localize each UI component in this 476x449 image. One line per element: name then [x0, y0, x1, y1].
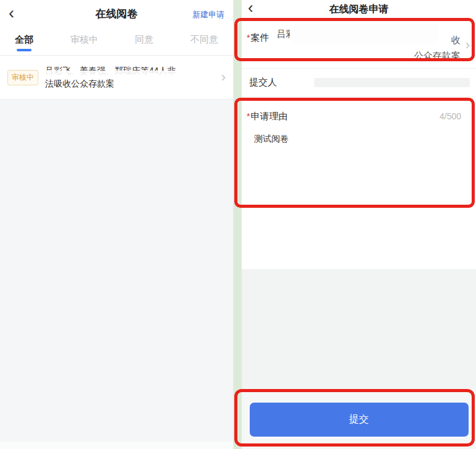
tab-rejected[interactable]: 不同意	[190, 34, 218, 55]
case-title-line2: 法吸收公众存款案	[45, 79, 114, 88]
tab-all-label: 全部	[15, 34, 33, 45]
redaction-box	[314, 78, 470, 87]
case-label-text: 案件	[250, 32, 269, 43]
status-badge: 审核中	[7, 70, 38, 85]
filter-tabs: 全部 审核中 同意 不同意	[0, 28, 233, 56]
required-mark: *	[247, 33, 250, 43]
new-request-link[interactable]: 新建申请	[192, 9, 224, 20]
empty-list-area	[0, 100, 233, 442]
submitter-field-label: 提交人	[249, 77, 277, 88]
case-value-line1-end: 收	[451, 35, 461, 45]
tab-under-review[interactable]: 审核中	[70, 34, 98, 55]
case-field-label: *案件	[247, 25, 269, 44]
reason-field-section: *申请理由 4/500 测试阅卷	[242, 97, 476, 269]
required-mark: *	[247, 111, 250, 121]
submit-bar: 提交	[242, 388, 476, 449]
review-list-screen: ‹ 在线阅卷 新建申请 全部 审核中 同意 不同意 审核中 吕彩飞、姜春强、郑瑞…	[0, 0, 234, 449]
submit-button[interactable]: 提交	[250, 403, 469, 437]
tab-approved-label: 同意	[135, 34, 153, 45]
review-request-form-screen: ‹ 在线阅卷申请 *案件 吕彩 收 公众存款案 › 提交人 *申请理由 4/50…	[242, 0, 476, 449]
case-field-row[interactable]: *案件 吕彩 收 公众存款案 ›	[242, 20, 476, 69]
tab-under-review-label: 审核中	[70, 34, 98, 45]
submitter-field-row: 提交人	[242, 69, 476, 97]
form-header: ‹ 在线阅卷申请	[242, 0, 476, 20]
reason-textarea[interactable]: 测试阅卷	[254, 134, 461, 145]
home-bar-area	[0, 442, 233, 449]
case-title: 吕彩飞、姜春强、郑瑞庆等44人非 法吸收公众存款案	[45, 64, 218, 90]
case-field-value: 吕彩 收 公众存款案	[269, 25, 462, 63]
redaction-box	[44, 71, 215, 78]
chevron-right-icon: ›	[221, 71, 226, 84]
tab-approved[interactable]: 同意	[135, 34, 153, 55]
chevron-right-icon: ›	[465, 38, 470, 52]
case-value-lines: 收 公众存款案	[275, 27, 460, 63]
list-header: ‹ 在线阅卷 新建申请	[0, 0, 233, 28]
tab-rejected-label: 不同意	[190, 34, 218, 45]
case-list-item[interactable]: 审核中 吕彩飞、姜春强、郑瑞庆等44人非 法吸收公众存款案 ›	[0, 56, 233, 100]
reason-field-header: *申请理由 4/500	[247, 111, 461, 122]
char-counter: 4/500	[440, 111, 461, 121]
active-tab-indicator	[17, 49, 32, 51]
form-spacer	[242, 269, 476, 388]
case-value-line2: 公众存款案	[414, 50, 461, 61]
reason-field-label: *申请理由	[247, 111, 287, 122]
tab-all[interactable]: 全部	[15, 34, 33, 55]
form-title: 在线阅卷申请	[242, 3, 476, 16]
reason-label-text: 申请理由	[250, 111, 287, 121]
